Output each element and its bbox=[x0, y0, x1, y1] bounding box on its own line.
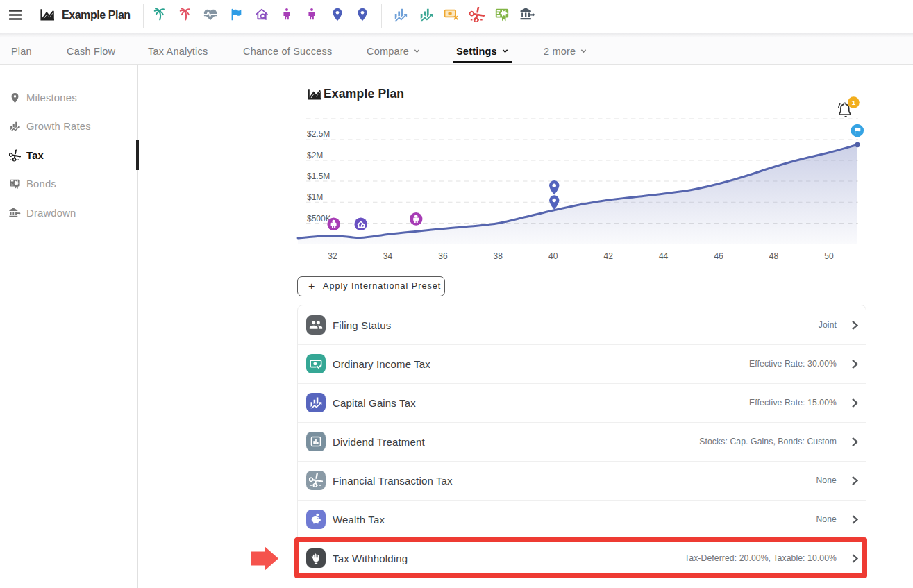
svg-text:42: 42 bbox=[604, 251, 614, 261]
svg-text:40: 40 bbox=[548, 251, 558, 261]
svg-text:36: 36 bbox=[438, 251, 448, 261]
svg-text:$2M: $2M bbox=[307, 151, 323, 160]
svg-text:44: 44 bbox=[659, 251, 669, 261]
svg-text:$2.5M: $2.5M bbox=[307, 129, 330, 139]
svg-text:38: 38 bbox=[494, 251, 503, 261]
svg-text:34: 34 bbox=[383, 251, 393, 261]
svg-text:$500K: $500K bbox=[307, 214, 331, 224]
svg-text:$1M: $1M bbox=[307, 192, 323, 202]
svg-text:$1.5M: $1.5M bbox=[307, 171, 330, 181]
svg-text:32: 32 bbox=[328, 251, 337, 261]
svg-text:50: 50 bbox=[824, 251, 834, 261]
svg-text:46: 46 bbox=[714, 251, 723, 261]
svg-text:48: 48 bbox=[769, 251, 779, 261]
